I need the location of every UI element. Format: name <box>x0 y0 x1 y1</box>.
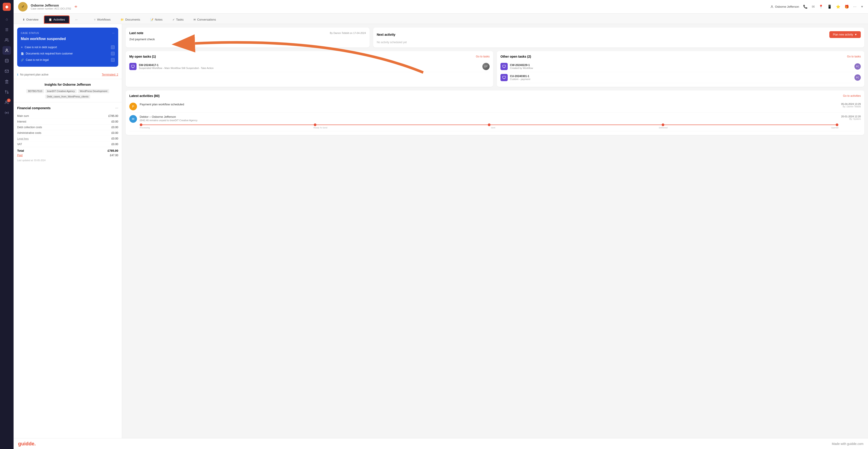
email-track: Processing Ready To Send Sent Delivered … <box>140 123 838 129</box>
phone-icon[interactable]: 📞 <box>803 4 808 9</box>
sidebar-item-home[interactable]: ⌂ <box>2 15 11 24</box>
case-status-icon-1: 📄 <box>21 52 24 55</box>
conversations-icon: ✉ <box>193 18 196 21</box>
header-dots[interactable]: ··· <box>853 4 857 9</box>
activity-item-1: ✉ Debtor – Osborne Jefferson £842.46 rem… <box>129 113 861 131</box>
chevron-down-icon: ▼ <box>855 33 857 36</box>
track-line-0 <box>143 125 314 125</box>
phone2-icon[interactable]: 📱 <box>827 4 832 9</box>
my-open-tasks-card: My open tasks (1) Go to tasks SW-2024041… <box>126 51 493 87</box>
activities-title: Latest activities (80) <box>129 94 160 98</box>
svg-point-13 <box>6 112 7 114</box>
case-status-checkbox-2[interactable] <box>111 58 115 62</box>
task-avatar-0: DT <box>483 63 490 70</box>
activity-content-1: Debtor – Osborne Jefferson £842.46 remai… <box>140 115 838 129</box>
other-task-id-0: CW-20240229-1 <box>510 63 852 67</box>
documents-icon: 📁 <box>121 18 124 21</box>
top-header: ♂ Osborne Jefferson Case owner number: A… <box>13 0 868 13</box>
location-icon[interactable]: 📍 <box>819 4 823 9</box>
notes-icon: 📝 <box>150 18 153 21</box>
activity-date-col-0: 05-04-2024 13:29 By: Darren Tebbitt <box>841 102 861 108</box>
activity-content-0: Payment plan workflow scheduled <box>140 102 838 106</box>
header-user-info: Osborne Jefferson Case owner number: ACC… <box>31 4 71 10</box>
tab-documents[interactable]: 📁 Documents <box>116 16 145 24</box>
svg-point-10 <box>5 90 6 92</box>
case-status-item-1: 📄 Documents not required from customer <box>21 51 115 57</box>
latest-activities-card: Latest activities (80) Go to activities … <box>126 90 864 135</box>
tab-workflows[interactable]: ⑂ Workflows <box>90 16 115 24</box>
sidebar-item-bank[interactable] <box>2 77 11 86</box>
last-note-card: Last note By Darren Tebbitt on 17-04-202… <box>126 28 370 48</box>
last-note-title: Last note <box>129 31 143 35</box>
financial-section: Financial components ··· Main sum £785.0… <box>13 102 122 165</box>
sidebar-item-team[interactable]: 2 <box>2 98 11 107</box>
header-chevron[interactable]: ▼ <box>861 5 864 8</box>
bottom-bar: guidde. Made with guidde.com <box>13 438 868 449</box>
email-icon[interactable]: ✉ <box>812 4 815 9</box>
next-activity-card: Next activity Plan new activity ▼ No act… <box>373 28 864 48</box>
star-icon[interactable]: ⭐ <box>836 4 840 9</box>
tab-conversations[interactable]: ✉ Conversations <box>189 16 220 24</box>
sidebar-item-settings[interactable] <box>2 109 11 117</box>
sidebar-item-cases[interactable]: ☰ <box>2 25 11 34</box>
header-left: ♂ Osborne Jefferson Case owner number: A… <box>18 2 78 11</box>
svg-rect-18 <box>502 65 505 67</box>
case-status-header: Case Status ··· <box>21 31 115 35</box>
track-dot-3 <box>662 123 664 126</box>
insights-section: Insights for Osborne Jefferson BDTBG7510… <box>13 79 122 102</box>
case-status-icon-0: ✳ <box>21 46 23 49</box>
task-desc-0: Suspended Workflow - Main Workflow Still… <box>139 67 480 69</box>
svg-point-9 <box>7 92 8 94</box>
tab-overview[interactable]: ⬇ Overview <box>18 16 43 24</box>
sidebar-item-git[interactable] <box>2 88 11 96</box>
track-dot-0 <box>140 123 143 126</box>
financial-dots[interactable]: ··· <box>115 106 118 110</box>
svg-marker-8 <box>5 80 8 81</box>
financial-title: Financial components <box>17 106 51 110</box>
svg-rect-21 <box>502 76 505 78</box>
svg-point-2 <box>5 59 8 60</box>
svg-point-1 <box>6 49 7 50</box>
tab-tasks[interactable]: ✓ Tasks <box>168 16 188 24</box>
next-activity-header: Next activity Plan new activity ▼ <box>377 31 861 38</box>
track-dot-1 <box>314 123 316 126</box>
other-task-id-1: CU-20240301-1 <box>510 74 852 78</box>
case-status-dots[interactable]: ··· <box>112 31 115 35</box>
sidebar-item-crm[interactable] <box>2 46 11 55</box>
sidebar-logo[interactable]: ◆ <box>3 3 11 11</box>
activity-item-0: P Payment plan workflow scheduled 05-04-… <box>129 100 861 113</box>
other-task-avatar-0: PC <box>855 63 861 70</box>
gift-icon[interactable]: 🎁 <box>844 4 849 9</box>
case-status-checkbox-0[interactable] <box>111 46 115 49</box>
last-note-header: Last note By Darren Tebbitt on 17-04-202… <box>129 31 366 35</box>
sidebar-item-email[interactable] <box>2 67 11 76</box>
svg-rect-15 <box>131 65 134 67</box>
other-task-icon-1 <box>500 74 508 81</box>
task-info-0: SW-20240417-1 Suspended Workflow - Main … <box>139 63 480 69</box>
last-updated: Last updated at: 03-05-2024 <box>17 159 118 162</box>
next-activity-title: Next activity <box>377 33 395 36</box>
plan-activity-button[interactable]: Plan new activity ▼ <box>829 31 861 38</box>
go-to-activities-link[interactable]: Go to activities <box>843 94 861 97</box>
my-tasks-title: My open tasks (1) <box>129 55 156 58</box>
info-icon: ℹ <box>17 73 18 76</box>
go-to-tasks-link[interactable]: Go to tasks <box>476 55 490 58</box>
sidebar-item-database[interactable] <box>2 57 11 65</box>
case-status-title: Case Status <box>21 32 39 34</box>
activity-icon-0: P <box>129 102 137 110</box>
tab-notes[interactable]: 📝 Notes <box>146 16 167 24</box>
tab-extra[interactable]: ··· <box>70 16 89 24</box>
other-task-info-1: CU-20240301-1 Custom - payment <box>510 74 852 81</box>
svg-point-14 <box>772 5 773 6</box>
no-activity-text: No activity scheduled yet <box>377 41 861 44</box>
logo-icon: ◆ <box>5 4 8 9</box>
header-user-label: Osborne Jefferson <box>770 5 799 8</box>
eye-icon[interactable]: 👁 <box>74 5 78 8</box>
case-status-checkbox-1[interactable] <box>111 52 115 55</box>
terminated-link[interactable]: Terminated: 2 <box>102 73 118 76</box>
tab-activities[interactable]: 📋 Activities <box>44 16 70 24</box>
go-to-other-tasks-link[interactable]: Go to tasks <box>847 55 861 58</box>
insights-tag-1: branDiT Creative Agency <box>45 89 76 93</box>
avatar: ♂ <box>18 2 28 11</box>
sidebar-item-contacts[interactable] <box>2 36 11 44</box>
